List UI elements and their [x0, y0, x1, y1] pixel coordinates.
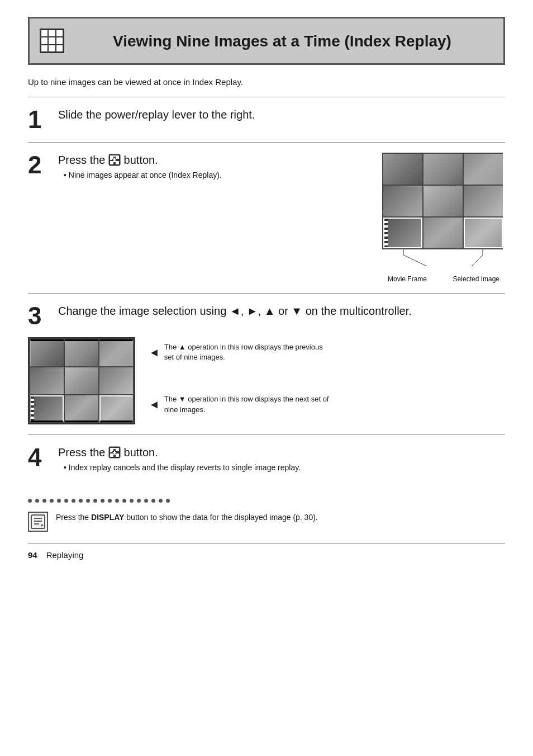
dot-20: [166, 499, 170, 503]
s3-cell-1: [30, 339, 64, 366]
svg-rect-15: [110, 448, 113, 451]
note-section: Press the DISPLAY button to show the dat…: [28, 512, 505, 532]
grid-cell-6: [464, 186, 503, 216]
index-button-icon-2: [108, 446, 121, 459]
dot-11: [101, 499, 104, 503]
step-4-number: 4: [28, 445, 50, 470]
note-icon-svg: [30, 514, 46, 530]
note-text: Press the DISPLAY button to show the dat…: [56, 512, 318, 523]
step-4-title: Press the button.: [58, 445, 505, 460]
step-3-grid: [28, 337, 135, 424]
step-2-title: Press the: [58, 153, 365, 167]
footer: 94 Replaying: [28, 543, 505, 560]
step-1-title: Slide the power/replay lever to the righ…: [58, 107, 505, 122]
step-1-header: 1 Slide the power/replay lever to the ri…: [28, 107, 505, 132]
step-2-section: 2 Press the: [28, 142, 505, 293]
title-icon: [40, 29, 64, 53]
note-icon: [28, 512, 48, 532]
step-3-title: Change the image selection using ◄, ►, ▲…: [58, 304, 505, 318]
step-3-header: 3 Change the image selection using ◄, ►,…: [28, 304, 505, 328]
footer-section-label: Replaying: [46, 550, 84, 560]
svg-rect-18: [110, 451, 112, 452]
note-text-before: Press the: [56, 513, 91, 522]
step-3-content: Change the image selection using ◄, ►, ▲…: [58, 304, 505, 322]
step-2-number: 2: [28, 153, 50, 177]
s3-cell-6: [99, 367, 133, 394]
arrow-icon-1: ◄: [149, 346, 160, 359]
svg-rect-7: [116, 161, 119, 164]
dot-5: [57, 499, 61, 503]
grid-cell-4: [383, 186, 422, 216]
s3-cell-3: [99, 339, 133, 366]
grid-cell-1: [383, 154, 422, 185]
dot-12: [108, 499, 112, 503]
dot-15: [130, 499, 134, 503]
step-2-title-before: Press the: [58, 154, 105, 166]
dot-8: [79, 499, 83, 503]
svg-rect-16: [113, 448, 116, 449]
step-3-number: 3: [28, 304, 50, 328]
s3-cell-8: [65, 395, 98, 422]
dot-19: [159, 499, 163, 503]
title-box: Viewing Nine Images at a Time (Index Rep…: [28, 17, 505, 65]
index-button-icon: [108, 154, 121, 166]
step-3-note-1: The ▲ operation in this row displays the…: [164, 342, 332, 362]
step-1-number: 1: [28, 107, 50, 132]
dot-10: [93, 499, 97, 503]
step-3-note-2: The ▼ operation in this row displays the…: [164, 394, 332, 414]
dot-14: [122, 499, 126, 503]
step-2-title-after: button.: [124, 154, 158, 166]
s3-cell-5: [65, 367, 98, 394]
svg-rect-3: [116, 155, 119, 159]
grid-cell-7-movie: [383, 218, 422, 248]
step-2-text: Press the: [58, 153, 365, 179]
dot-1: [28, 499, 32, 503]
svg-rect-23: [113, 452, 116, 453]
dot-7: [72, 499, 75, 503]
step-4-header: 4 Press the: [28, 445, 505, 472]
step-4-title-after: button.: [124, 446, 158, 459]
step-3-arrow-row-1: ◄ The ▲ operation in this row displays t…: [149, 342, 505, 362]
dot-13: [115, 499, 119, 503]
svg-rect-19: [110, 453, 113, 457]
step-3-annotations: ◄ The ▲ operation in this row displays t…: [149, 337, 505, 420]
dot-6: [64, 499, 68, 503]
index-grid: [382, 153, 503, 249]
dot-18: [151, 499, 155, 503]
s3-cell-7: [30, 395, 64, 422]
dots-separator: [28, 499, 505, 503]
s3-cell-4: [30, 367, 64, 394]
step-2-content: Press the: [58, 153, 505, 283]
footer-page-number: 94: [28, 550, 37, 560]
arrow-icon-2: ◄: [149, 398, 160, 411]
step-2-header: 2 Press the: [28, 153, 505, 283]
note-text-bold: DISPLAY: [91, 513, 124, 522]
svg-rect-4: [110, 159, 112, 160]
index-replay-image: Movie Frame Selected Image: [382, 153, 505, 283]
step-3-inner: ◄ The ▲ operation in this row displays t…: [28, 337, 505, 424]
step-1-section: 1 Slide the power/replay lever to the ri…: [28, 97, 505, 142]
step-4-content: Press the button.: [58, 445, 505, 472]
intro-text: Up to nine images can be viewed at once …: [28, 77, 505, 87]
step-1-content: Slide the power/replay lever to the righ…: [58, 107, 505, 125]
dot-9: [86, 499, 90, 503]
dot-3: [42, 499, 46, 503]
svg-rect-1: [110, 155, 113, 159]
selected-image-label: Selected Image: [453, 275, 499, 283]
svg-rect-21: [116, 453, 119, 457]
step-4-section: 4 Press the: [28, 434, 505, 482]
step-2-bullet: Nine images appear at once (Index Replay…: [64, 171, 365, 179]
grid-cell-2: [423, 154, 463, 185]
grid-cell-5: [423, 186, 463, 216]
svg-line-13: [472, 255, 483, 266]
s3-cell-2: [65, 339, 98, 366]
grid-cell-8: [423, 218, 463, 248]
page-title: Viewing Nine Images at a Time (Index Rep…: [74, 31, 490, 51]
dot-17: [144, 499, 148, 503]
step-4-title-before: Press the: [58, 446, 105, 459]
svg-rect-9: [113, 159, 116, 160]
s3-cell-9: [99, 395, 133, 422]
dot-2: [35, 499, 39, 503]
note-text-after: button to show the data for the displaye…: [124, 513, 317, 522]
grid-cell-9-selected: [464, 218, 503, 248]
